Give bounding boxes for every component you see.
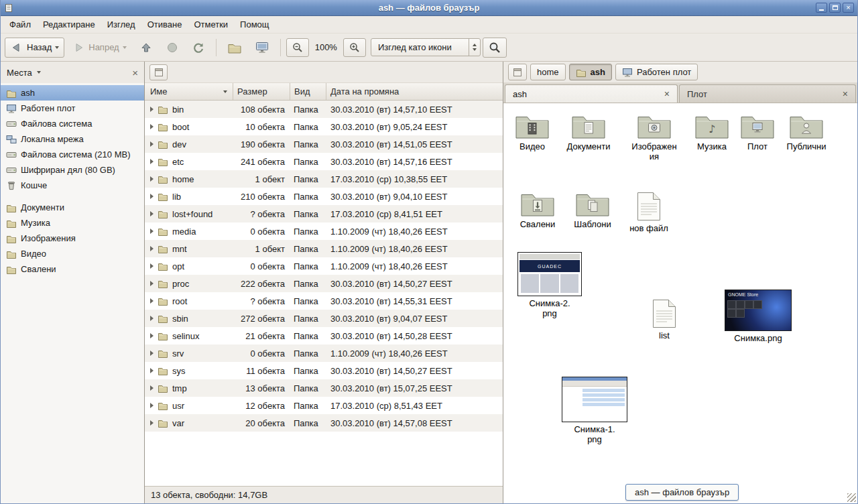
sidebar-item-0[interactable]: ash — [1, 85, 144, 101]
sidebar-item-11[interactable]: Видео — [1, 246, 144, 261]
sidebar-item-9[interactable]: Музика — [1, 215, 144, 231]
expander-icon[interactable] — [150, 159, 154, 164]
icon-item-7[interactable]: Шаблони — [560, 190, 625, 229]
expander-icon[interactable] — [150, 403, 154, 408]
sidebar-item-2[interactable]: Файлова система — [1, 116, 144, 131]
menu-item-1[interactable]: Редактиране — [37, 17, 101, 32]
expander-icon[interactable] — [150, 368, 154, 373]
table-row-lost+found[interactable]: lost+found? обектаПапка17.03.2010 (ср) 8… — [145, 205, 503, 223]
maximize-button[interactable] — [829, 3, 841, 13]
expander-icon[interactable] — [150, 385, 154, 391]
column-header-3[interactable]: Дата на промяна — [326, 83, 503, 100]
icon-item-1[interactable]: Документи — [556, 113, 621, 151]
view-mode-select[interactable]: Изглед като икони — [371, 38, 481, 56]
expander-icon[interactable] — [150, 333, 154, 338]
sidebar-close-button[interactable]: × — [132, 68, 138, 78]
icon-view[interactable]: ВидеоДокументиИзображен ия♪МузикаПлотПуб… — [503, 103, 857, 503]
table-row-bin[interactable]: bin108 обектаПапка30.03.2010 (вт) 14,57,… — [145, 101, 503, 118]
zoom-in-button[interactable] — [343, 38, 366, 57]
tab-ash[interactable]: ash× — [505, 84, 678, 103]
breadcrumb-button-3[interactable]: Работен плот — [615, 64, 698, 80]
expander-icon[interactable] — [150, 124, 154, 129]
column-header-1[interactable]: Размер — [233, 83, 290, 100]
table-row-root[interactable]: root? обектаПапка30.03.2010 (вт) 14,55,3… — [145, 292, 503, 310]
expander-icon[interactable] — [150, 351, 154, 356]
forward-button[interactable]: Напред — [66, 38, 131, 58]
icon-item-9[interactable]: GUADECСнимка-2. png — [517, 252, 582, 318]
reload-button[interactable] — [186, 38, 210, 58]
table-row-media[interactable]: media0 обектаПапка1.10.2009 (чт) 18,40,2… — [145, 223, 503, 240]
menu-item-4[interactable]: Отметки — [188, 17, 234, 32]
breadcrumb-button-0[interactable] — [508, 64, 527, 80]
expander-icon[interactable] — [150, 420, 154, 426]
expander-icon[interactable] — [150, 229, 154, 234]
icon-item-12[interactable]: Снимка-1. png — [562, 377, 627, 444]
tab-close-icon[interactable]: × — [843, 89, 848, 99]
zoom-out-button[interactable] — [286, 38, 309, 57]
sidebar-item-10[interactable]: Изображения — [1, 231, 144, 246]
expander-icon[interactable] — [150, 263, 154, 269]
up-button[interactable] — [134, 38, 158, 58]
close-button[interactable]: × — [843, 3, 854, 13]
expander-icon[interactable] — [150, 141, 154, 147]
table-row-etc[interactable]: etc241 обектаПапка30.03.2010 (вт) 14,57,… — [145, 153, 503, 170]
icon-item-11[interactable]: GNOME StoreСнимка.png — [726, 290, 790, 343]
menu-item-5[interactable]: Помощ — [234, 17, 275, 32]
taskbar-window-button[interactable]: ash — файлов браузър — [625, 484, 739, 501]
sidebar-item-4[interactable]: Файлова система (210 MB) — [1, 147, 144, 162]
table-row-proc[interactable]: proc222 обектаПапка30.03.2010 (вт) 14,50… — [145, 275, 503, 292]
column-header-2[interactable]: Вид — [290, 83, 326, 100]
computer-button[interactable] — [249, 38, 275, 58]
icon-item-0[interactable]: Видео — [503, 113, 564, 151]
column-header-0[interactable]: Име — [145, 83, 233, 100]
table-row-srv[interactable]: srv0 обектаПапка1.10.2009 (чт) 18,40,26 … — [145, 344, 503, 362]
expander-icon[interactable] — [150, 298, 154, 304]
sidebar-item-1[interactable]: Работен плот — [1, 101, 144, 116]
menu-item-0[interactable]: Файл — [3, 17, 37, 32]
titlebar[interactable]: ash — файлов браузър × — [1, 0, 857, 16]
menu-item-2[interactable]: Изглед — [101, 17, 141, 32]
sidebar-item-12[interactable]: Свалени — [1, 261, 144, 277]
expander-icon[interactable] — [150, 107, 154, 112]
table-row-sbin[interactable]: sbin272 обектаПапка30.03.2010 (вт) 9,04,… — [145, 310, 503, 327]
table-row-sys[interactable]: sys11 обектаПапка30.03.2010 (вт) 14,50,2… — [145, 362, 503, 379]
icon-item-10[interactable]: list — [632, 299, 696, 340]
search-button[interactable] — [483, 38, 507, 58]
table-row-var[interactable]: var20 обектаПапка30.03.2010 (вт) 14,57,0… — [145, 414, 503, 432]
table-row-dev[interactable]: dev190 обектаПапка30.03.2010 (вт) 14,51,… — [145, 135, 503, 153]
resize-grip[interactable] — [847, 493, 856, 502]
table-row-lib[interactable]: lib210 обектаПапка30.03.2010 (вт) 9,04,1… — [145, 188, 503, 205]
expander-icon[interactable] — [150, 194, 154, 199]
spinner-arrows-icon[interactable] — [469, 39, 480, 56]
expander-icon[interactable] — [150, 281, 154, 286]
stop-button[interactable] — [160, 38, 184, 58]
table-row-usr[interactable]: usr12 обектаПапка17.03.2010 (ср) 8,51,43… — [145, 397, 503, 414]
table-row-mnt[interactable]: mnt1 обектПапка1.10.2009 (чт) 18,40,26 E… — [145, 240, 503, 257]
breadcrumb-button-2[interactable]: ash — [569, 64, 612, 80]
expander-icon[interactable] — [150, 246, 154, 251]
places-title[interactable]: Места — [7, 68, 32, 78]
icon-item-5[interactable]: Публични — [774, 113, 839, 151]
menu-item-3[interactable]: Отиване — [141, 17, 188, 32]
sidebar-item-5[interactable]: Шифриран дял (80 GB) — [1, 162, 144, 178]
sidebar-item-8[interactable]: Документи — [1, 200, 144, 215]
tab-Плот[interactable]: Плот× — [679, 84, 856, 103]
table-row-selinux[interactable]: selinux21 обектаПапка30.03.2010 (вт) 14,… — [145, 327, 503, 344]
expander-icon[interactable] — [150, 316, 154, 321]
notes-pane-button[interactable] — [149, 64, 168, 80]
breadcrumb-button-1[interactable]: home — [530, 64, 566, 80]
expander-icon[interactable] — [150, 176, 154, 182]
table-row-home[interactable]: home1 обектПапка17.03.2010 (ср) 10,38,55… — [145, 170, 503, 188]
home-button[interactable] — [222, 38, 247, 58]
icon-item-8[interactable]: нов файл — [617, 192, 681, 233]
tab-close-icon[interactable]: × — [664, 89, 670, 99]
expander-icon[interactable] — [150, 211, 154, 216]
back-button[interactable]: Назад — [5, 38, 64, 58]
sidebar-item-3[interactable]: Локална мрежа — [1, 131, 144, 147]
minimize-button[interactable] — [816, 3, 827, 13]
table-row-tmp[interactable]: tmp13 обектаПапка30.03.2010 (вт) 15,07,2… — [145, 379, 503, 397]
sidebar-item-6[interactable]: Кошче — [1, 178, 144, 193]
table-row-opt[interactable]: opt0 обектаПапка1.10.2009 (чт) 18,40,26 … — [145, 257, 503, 275]
table-row-boot[interactable]: boot10 обектаПапка30.03.2010 (вт) 9,05,2… — [145, 118, 503, 135]
icon-item-2[interactable]: Изображен ия — [622, 113, 686, 162]
